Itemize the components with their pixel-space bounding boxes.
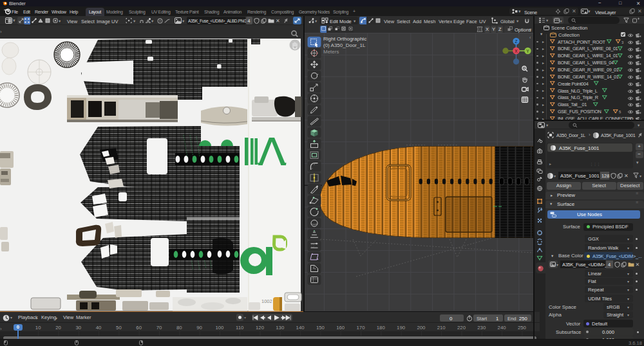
svg-text:60: 60 [136, 325, 142, 331]
svg-text:‹: ‹ [529, 35, 531, 40]
svg-text:40: 40 [96, 325, 102, 331]
svg-text:180: 180 [377, 325, 386, 331]
svg-text:(0) A350_Door_1L: (0) A350_Door_1L [323, 42, 366, 48]
svg-text:Right Orthographic: Right Orthographic [323, 36, 366, 42]
svg-text:Z: Z [515, 39, 518, 44]
svg-text:170: 170 [356, 325, 365, 331]
svg-text:100: 100 [215, 325, 224, 331]
svg-text:190: 190 [397, 325, 406, 331]
svg-text:10: 10 [35, 325, 41, 331]
svg-text:1002: 1002 [261, 298, 272, 304]
svg-text:50: 50 [116, 325, 122, 331]
svg-text:250: 250 [518, 325, 527, 331]
svg-text:110: 110 [236, 325, 244, 331]
svg-text:210: 210 [437, 325, 446, 331]
svg-text:80: 80 [176, 325, 182, 331]
svg-text:Meters: Meters [323, 49, 339, 55]
svg-text:X: X [515, 49, 518, 53]
svg-text:220: 220 [457, 325, 466, 331]
svg-text:140: 140 [296, 325, 305, 331]
svg-text:200: 200 [417, 325, 426, 331]
svg-text:Y: Y [526, 49, 529, 53]
svg-text:30: 30 [75, 325, 81, 331]
svg-text:150: 150 [316, 325, 325, 331]
svg-text:160: 160 [336, 325, 345, 331]
svg-text:70: 70 [156, 325, 162, 331]
svg-text:120: 120 [256, 325, 265, 331]
svg-text:130: 130 [276, 325, 285, 331]
svg-text:20: 20 [55, 325, 61, 331]
svg-text:90: 90 [196, 325, 202, 331]
svg-text:230: 230 [477, 325, 486, 331]
svg-text:240: 240 [498, 325, 507, 331]
